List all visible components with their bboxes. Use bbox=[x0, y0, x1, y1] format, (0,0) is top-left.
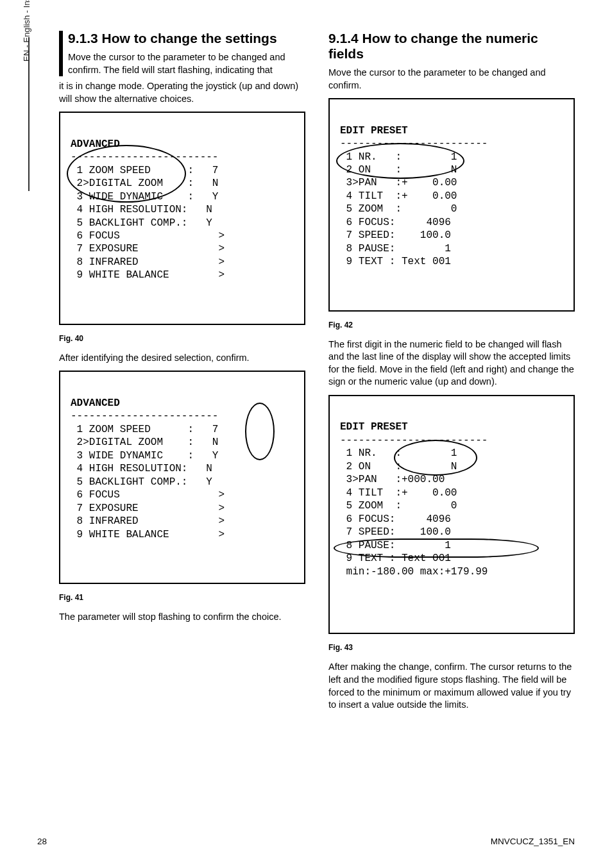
terminal-body-1: 1 ZOOM SPEED : 7 2>DIGITAL ZOOM : N 3 WI… bbox=[71, 165, 225, 281]
para-913-intro-a: Move the cursor to the parameter to be c… bbox=[68, 51, 305, 76]
para-914-intro: Move the cursor to the parameter to be c… bbox=[328, 67, 575, 92]
terminal-edit-body-2: 1 NR. : 1 2 ON : N 3>PAN :+000.00 4 TILT… bbox=[340, 447, 488, 577]
oval-highlight-2 bbox=[245, 403, 275, 460]
page-footer: 28 MNVCUCZ_1351_EN bbox=[37, 837, 575, 846]
para-after-change: After making the change, confirm. The cu… bbox=[328, 661, 575, 711]
terminal-edit-rule-2: ------------------------ bbox=[340, 435, 488, 446]
para-stop-flashing: The parameter will stop flashing to conf… bbox=[59, 611, 305, 624]
heading-914: 9.1.4 How to change the numeric fields bbox=[328, 31, 575, 62]
terminal-edit-1: EDIT PRESET ------------------------ 1 N… bbox=[328, 98, 575, 312]
terminal-rule: ------------------------ bbox=[71, 151, 218, 163]
terminal-title-2: ADVANCED bbox=[71, 397, 120, 409]
page-number: 28 bbox=[37, 837, 47, 846]
terminal-edit-2: EDIT PRESET ------------------------ 1 N… bbox=[328, 395, 575, 635]
para-after-select: After identifying the desired selection,… bbox=[59, 352, 305, 365]
heading-913: 9.1.3 How to change the settings bbox=[68, 31, 305, 46]
terminal-title: ADVANCED bbox=[71, 138, 120, 150]
fig-40-caption: Fig. 40 bbox=[59, 334, 305, 343]
terminal-edit-title-1: EDIT PRESET bbox=[340, 125, 408, 137]
fig-42-caption: Fig. 42 bbox=[328, 321, 575, 330]
terminal-advanced-1: ADVANCED ------------------------ 1 ZOOM… bbox=[59, 112, 305, 325]
terminal-body-2: 1 ZOOM SPEED : 7 2>DIGITAL ZOOM : N 3 WI… bbox=[71, 424, 225, 540]
doc-id: MNVCUCZ_1351_EN bbox=[491, 837, 575, 846]
right-column: 9.1.4 How to change the numeric fields M… bbox=[328, 31, 575, 718]
terminal-edit-body-1: 1 NR. : 1 2 ON : N 3>PAN :+ 0.00 4 TILT … bbox=[340, 151, 457, 268]
para-913-intro-b: it is in change mode. Operating the joys… bbox=[59, 80, 305, 105]
para-first-digit: The first digit in the numeric field to … bbox=[328, 338, 575, 388]
fig-43-caption: Fig. 43 bbox=[328, 643, 575, 652]
section-913-block: 9.1.3 How to change the settings Move th… bbox=[59, 31, 305, 76]
left-column: 9.1.3 How to change the settings Move th… bbox=[59, 31, 305, 718]
side-language-label: EN - English - Instructions manual bbox=[22, 0, 31, 62]
fig-41-caption: Fig. 41 bbox=[59, 593, 305, 602]
terminal-edit-title-2: EDIT PRESET bbox=[340, 421, 408, 433]
terminal-advanced-2: ADVANCED ------------------------ 1 ZOOM… bbox=[59, 371, 305, 584]
terminal-edit-rule-1: ------------------------ bbox=[340, 138, 488, 149]
terminal-rule-2: ------------------------ bbox=[71, 410, 218, 422]
